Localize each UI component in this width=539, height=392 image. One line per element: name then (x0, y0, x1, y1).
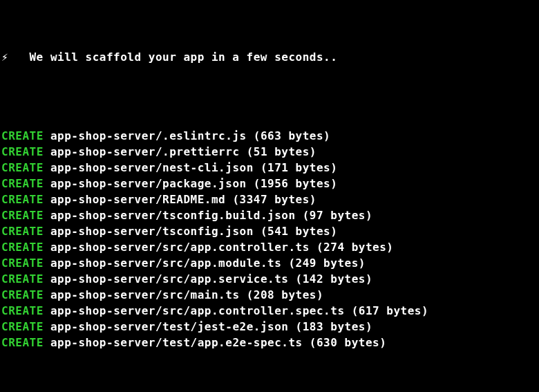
create-keyword: CREATE (1, 241, 44, 254)
create-file-info: app-shop-server/.prettierrc (51 bytes) (44, 145, 316, 158)
create-file-info: app-shop-server/nest-cli.json (171 bytes… (44, 161, 338, 174)
create-file-info: app-shop-server/test/jest-e2e.json (183 … (44, 320, 372, 333)
create-keyword: CREATE (1, 272, 44, 286)
create-row: CREATE app-shop-server/src/app.module.ts… (1, 255, 538, 271)
create-file-info: app-shop-server/test/app.e2e-spec.ts (63… (44, 336, 387, 349)
create-row: CREATE app-shop-server/src/app.controlle… (1, 239, 538, 255)
create-file-info: app-shop-server/tsconfig.build.json (97 … (44, 209, 372, 222)
create-file-info: app-shop-server/src/app.module.ts (249 b… (44, 256, 366, 270)
create-file-info: app-shop-server/src/app.service.ts (142 … (44, 272, 372, 286)
create-row: CREATE app-shop-server/test/jest-e2e.jso… (1, 319, 538, 335)
create-row: CREATE app-shop-server/tsconfig.json (54… (1, 223, 538, 239)
create-row: CREATE app-shop-server/tsconfig.build.js… (1, 207, 538, 223)
scaffold-line: ⚡ We will scaffold your app in a few sec… (1, 49, 538, 65)
terminal-output: ⚡ We will scaffold your app in a few sec… (0, 0, 539, 392)
create-row: CREATE app-shop-server/src/main.ts (208 … (1, 287, 538, 303)
create-keyword: CREATE (1, 129, 44, 142)
create-row: CREATE app-shop-server/.prettierrc (51 b… (1, 144, 538, 160)
create-row: CREATE app-shop-server/src/app.service.t… (1, 271, 538, 287)
create-keyword: CREATE (1, 161, 44, 174)
scaffold-message: We will scaffold your app in a few secon… (29, 49, 337, 65)
create-file-info: app-shop-server/README.md (3347 bytes) (44, 193, 316, 206)
create-keyword: CREATE (1, 177, 44, 190)
create-keyword: CREATE (1, 209, 44, 222)
create-row: CREATE app-shop-server/nest-cli.json (17… (1, 160, 538, 176)
create-keyword: CREATE (1, 145, 44, 158)
create-keyword: CREATE (1, 225, 44, 238)
create-keyword: CREATE (1, 320, 44, 333)
create-row: CREATE app-shop-server/README.md (3347 b… (1, 192, 538, 207)
lightning-icon: ⚡ (1, 49, 15, 65)
create-file-info: app-shop-server/src/main.ts (208 bytes) (44, 288, 323, 301)
create-file-list: CREATE app-shop-server/.eslintrc.js (663… (1, 128, 538, 351)
create-file-info: app-shop-server/src/app.controller.ts (2… (44, 241, 394, 254)
create-row: CREATE app-shop-server/.eslintrc.js (663… (1, 128, 538, 144)
create-row: CREATE app-shop-server/test/app.e2e-spec… (1, 335, 538, 351)
create-keyword: CREATE (1, 193, 44, 206)
create-keyword: CREATE (1, 304, 44, 317)
create-row: CREATE app-shop-server/package.json (195… (1, 176, 538, 192)
create-keyword: CREATE (1, 256, 44, 270)
create-file-info: app-shop-server/.eslintrc.js (663 bytes) (44, 129, 330, 142)
create-keyword: CREATE (1, 336, 44, 349)
create-file-info: app-shop-server/package.json (1956 bytes… (44, 177, 338, 190)
create-keyword: CREATE (1, 288, 44, 301)
create-file-info: app-shop-server/tsconfig.json (541 bytes… (44, 225, 338, 238)
create-file-info: app-shop-server/src/app.controller.spec.… (44, 304, 428, 317)
create-row: CREATE app-shop-server/src/app.controlle… (1, 303, 538, 319)
